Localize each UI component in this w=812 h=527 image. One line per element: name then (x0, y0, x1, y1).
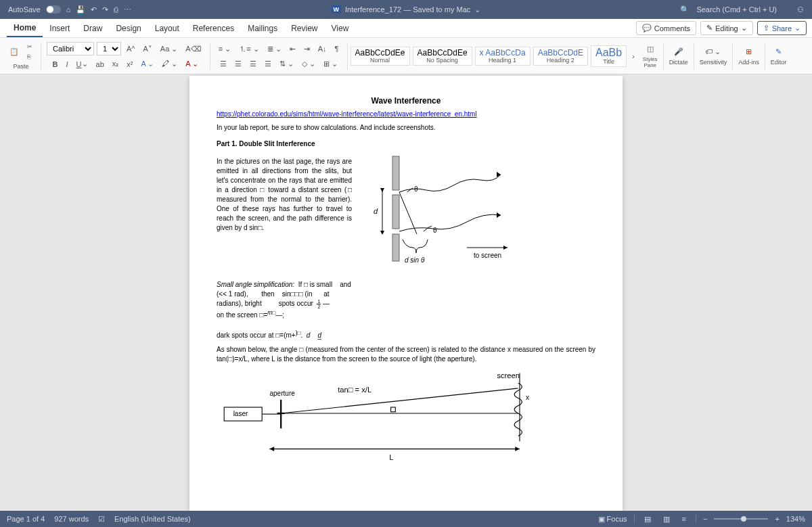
align-justify-icon[interactable]: ☰ (262, 58, 274, 70)
view-read-icon[interactable]: ≡ (679, 513, 689, 524)
svg-line-9 (399, 192, 417, 234)
indent-icon[interactable]: ⇥ (301, 43, 313, 55)
underline-button[interactable]: U ⌄ (74, 58, 91, 70)
view-print-icon[interactable]: ▤ (641, 513, 654, 525)
dictate-icon[interactable]: 🎤 (671, 46, 686, 58)
word-count[interactable]: 927 words (54, 515, 89, 523)
italic-button[interactable]: I (64, 59, 71, 70)
customize-icon[interactable]: ⋯ (124, 5, 131, 14)
doc-link[interactable]: https://phet.colorado.edu/sims/html/wave… (217, 110, 477, 118)
addins-label: Add-ins (738, 59, 759, 66)
title-chevron-icon[interactable]: ⌄ (474, 5, 480, 14)
editor-icon[interactable]: ✎ (773, 46, 784, 58)
show-marks-icon[interactable]: ¶ (332, 43, 342, 54)
search-label[interactable]: Search (Cmd + Ctrl + U) (696, 5, 777, 14)
zoom-in-icon[interactable]: + (775, 515, 779, 523)
sort-icon[interactable]: A↓ (315, 43, 330, 54)
line-spacing-icon[interactable]: ⇅ ⌄ (277, 58, 296, 70)
addins-icon[interactable]: ⊞ (743, 46, 754, 58)
svg-rect-25 (391, 407, 396, 412)
home-icon[interactable]: ⌂ (66, 5, 71, 14)
focus-mode[interactable]: ▣ Focus (598, 515, 627, 524)
language[interactable]: English (United States) (114, 515, 191, 523)
style-heading1[interactable]: x AaBbCcDaHeading 1 (475, 47, 531, 66)
word-icon: W (332, 5, 342, 14)
sensitivity-icon[interactable]: 🏷 ⌄ (702, 46, 723, 58)
superscript-button[interactable]: x² (124, 59, 135, 70)
tab-insert[interactable]: Insert (43, 19, 76, 37)
svg-rect-1 (392, 195, 399, 229)
zoom-out-icon[interactable]: − (703, 515, 707, 523)
style-nospacing[interactable]: AaBbCcDdEeNo Spacing (413, 47, 472, 66)
small-angle-block: Small angle simplification: If □ is smal… (217, 280, 595, 341)
svg-text:aperture: aperture (269, 390, 295, 397)
page-count[interactable]: Page 1 of 4 (7, 515, 45, 523)
align-left-icon[interactable]: ☰ (217, 58, 229, 70)
copy-icon[interactable]: ⎘ (24, 52, 35, 62)
share-button[interactable]: ⇪ Share ⌄ (757, 21, 807, 35)
align-center-icon[interactable]: ☰ (232, 58, 244, 70)
font-color-icon[interactable]: A ⌄ (183, 58, 201, 70)
bold-button[interactable]: B (50, 59, 61, 70)
comments-button[interactable]: 💬 Comments (636, 21, 696, 35)
shrink-font-icon[interactable]: A˅ (141, 43, 155, 55)
tab-draw[interactable]: Draw (76, 19, 109, 37)
style-normal[interactable]: AaBbCcDdEeNormal (351, 47, 410, 66)
redo-icon[interactable]: ↷ (102, 5, 108, 14)
subscript-button[interactable]: x₂ (110, 58, 122, 70)
svg-text:d: d (374, 207, 378, 215)
styles-pane-icon[interactable]: ◫ (644, 43, 656, 55)
tab-design[interactable]: Design (109, 19, 148, 37)
style-title[interactable]: AaBbTitle (591, 45, 627, 67)
svg-marker-29 (515, 446, 520, 451)
grow-font-icon[interactable]: A^ (124, 43, 138, 54)
page[interactable]: Wave Interference https://phet.colorado.… (189, 76, 623, 511)
view-web-icon[interactable]: ▥ (660, 513, 673, 525)
share-top-icon[interactable]: ⚇ (797, 5, 804, 14)
tab-layout[interactable]: Layout (148, 19, 186, 37)
zoom-slider[interactable] (714, 518, 768, 520)
strike-button[interactable]: ab (93, 59, 107, 70)
spell-check-icon[interactable]: ☑ (98, 515, 105, 524)
svg-text:tan□ = x/L: tan□ = x/L (338, 385, 371, 393)
tab-view[interactable]: View (325, 19, 356, 37)
undo-icon[interactable]: ↶ (91, 5, 97, 14)
svg-text:L: L (389, 453, 393, 461)
tab-mailings[interactable]: Mailings (241, 19, 284, 37)
outdent-icon[interactable]: ⇤ (287, 43, 298, 55)
multilevel-icon[interactable]: ≣ ⌄ (265, 43, 284, 55)
styles-more-icon[interactable]: › (629, 51, 637, 62)
bullets-icon[interactable]: ≡ ⌄ (216, 43, 233, 55)
tab-references[interactable]: References (186, 19, 241, 37)
document-canvas: Wave Interference https://phet.colorado.… (0, 74, 812, 511)
align-right-icon[interactable]: ☰ (247, 58, 259, 70)
svg-marker-6 (497, 212, 501, 218)
svg-text:to screen: to screen (474, 252, 501, 259)
shading-icon[interactable]: ◇ ⌄ (299, 58, 318, 70)
cut-icon[interactable]: ✂ (24, 42, 35, 51)
tab-review[interactable]: Review (284, 19, 324, 37)
search-icon[interactable]: 🔍 (680, 5, 690, 14)
borders-icon[interactable]: ⊞ ⌄ (321, 58, 340, 70)
zoom-level[interactable]: 134% (786, 515, 805, 523)
sensitivity-label: Sensitivity (700, 59, 727, 66)
editing-button[interactable]: ✎ Editing ⌄ (700, 21, 753, 35)
para1: In the pictures on the last page, the ra… (217, 157, 352, 233)
font-family-select[interactable]: Calibri (47, 42, 94, 55)
autosave-toggle[interactable] (46, 5, 61, 14)
numbering-icon[interactable]: ⒈≡ ⌄ (236, 43, 261, 55)
svg-text:d sin θ: d sin θ (405, 256, 425, 264)
document-title[interactable]: Interference_172 — Saved to my Mac (345, 5, 470, 14)
text-effects-icon[interactable]: A ⌄ (138, 58, 156, 70)
highlight-icon[interactable]: 🖍 ⌄ (159, 58, 180, 70)
style-heading2[interactable]: AaBbCcDdEHeading 2 (533, 47, 588, 66)
title-bar: AutoSave ⌂ 💾 ↶ ↷ ⎙ ⋯ W Interference_172 … (0, 0, 812, 19)
doc-title: Wave Interference (217, 96, 595, 106)
paste-icon[interactable]: 📋 (7, 46, 22, 58)
font-size-select[interactable]: 11 (97, 42, 121, 55)
clear-format-icon[interactable]: A⌫ (183, 43, 204, 55)
change-case-icon[interactable]: Aa ⌄ (158, 43, 181, 55)
tab-home[interactable]: Home (7, 19, 43, 37)
print-icon[interactable]: ⎙ (114, 5, 118, 14)
save-icon[interactable]: 💾 (76, 5, 85, 14)
